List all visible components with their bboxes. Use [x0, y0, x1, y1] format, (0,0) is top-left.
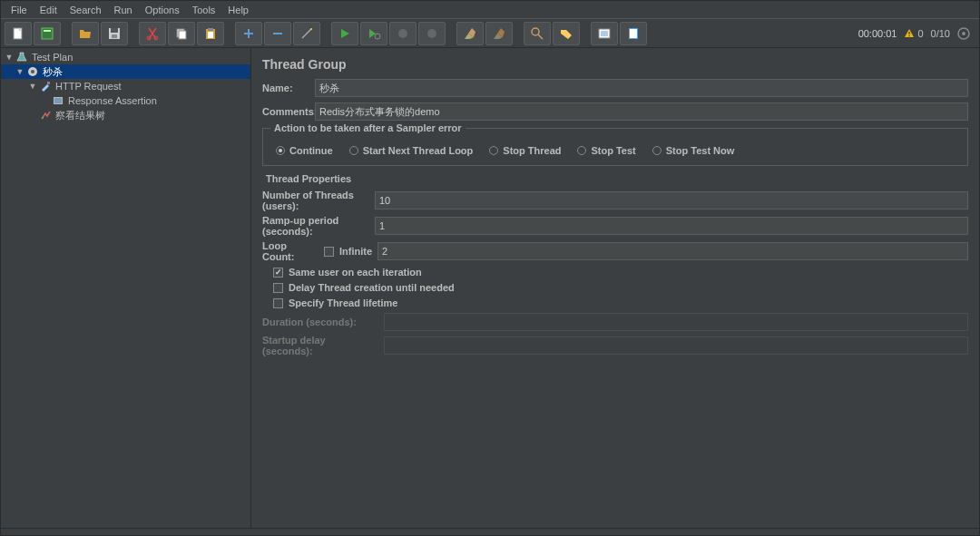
open-icon — [78, 26, 93, 41]
tree-test-plan[interactable]: ▼ Test Plan — [1, 50, 250, 64]
tree-label: HTTP Request — [54, 81, 122, 92]
svg-rect-22 — [909, 35, 910, 36]
delay-creation-checkbox[interactable] — [273, 283, 283, 293]
duration-input — [384, 313, 968, 331]
broom-all-icon — [492, 26, 506, 41]
stop-button[interactable] — [389, 22, 416, 45]
main-split: ▼ Test Plan ▼ 秒杀 ▼ HTTP Request — [1, 48, 979, 528]
expand-toggle[interactable]: ▼ — [28, 82, 37, 91]
tree-label: 秒杀 — [41, 65, 63, 79]
radio-stop-thread[interactable]: Stop Thread — [489, 145, 561, 156]
thread-group-panel: Thread Group Name: Comments: Action to b… — [251, 48, 979, 528]
infinite-checkbox[interactable] — [324, 247, 334, 257]
radio-stop-test-now[interactable]: Stop Test Now — [652, 145, 735, 156]
expand-toggle[interactable]: ▼ — [15, 67, 24, 76]
menu-bar: File Edit Search Run Options Tools Help — [1, 1, 979, 19]
specify-lifetime-row[interactable]: Specify Thread lifetime — [273, 297, 968, 308]
toggle-button[interactable] — [293, 22, 320, 45]
name-label: Name: — [262, 83, 309, 93]
minus-icon — [270, 26, 285, 41]
menu-search[interactable]: Search — [64, 3, 108, 17]
function-helper-button[interactable] — [591, 22, 618, 45]
radio-start-next[interactable]: Start Next Thread Loop — [349, 145, 474, 156]
threads-icon — [957, 27, 970, 40]
tag-icon — [559, 26, 573, 41]
results-icon — [39, 109, 52, 122]
svg-rect-21 — [909, 32, 910, 34]
warnings-indicator[interactable]: 0 — [904, 28, 923, 39]
elapsed-timer: 00:00:01 — [858, 28, 897, 39]
expand-toggle[interactable]: ▼ — [5, 53, 14, 62]
search-icon — [530, 26, 544, 41]
book-icon — [626, 26, 641, 41]
assertion-icon — [52, 94, 64, 107]
radio-stop-test[interactable]: Stop Test — [577, 145, 635, 156]
svg-point-30 — [42, 117, 44, 119]
templates-button[interactable] — [34, 22, 61, 45]
new-button[interactable] — [5, 22, 32, 45]
svg-point-15 — [398, 29, 407, 38]
copy-icon — [174, 26, 189, 41]
svg-point-24 — [962, 32, 965, 35]
tree-thread-group[interactable]: ▼ 秒杀 — [1, 64, 250, 79]
clear-button[interactable] — [456, 22, 484, 45]
save-button[interactable] — [101, 22, 128, 45]
comments-input[interactable] — [315, 102, 968, 121]
open-button[interactable] — [72, 22, 99, 45]
tree-label: Response Assertion — [66, 95, 157, 106]
svg-point-14 — [375, 34, 380, 39]
startup-delay-input — [384, 336, 968, 355]
svg-rect-29 — [54, 98, 62, 103]
beaker-icon — [15, 51, 28, 63]
start-button[interactable] — [331, 22, 358, 45]
cut-icon — [145, 26, 160, 41]
rampup-input[interactable] — [375, 217, 968, 235]
shutdown-button[interactable] — [418, 22, 446, 45]
svg-rect-11 — [208, 28, 213, 31]
infinite-label: Infinite — [339, 246, 372, 257]
comments-label: Comments: — [262, 106, 309, 117]
loop-count-input[interactable] — [377, 242, 968, 260]
tree-label: Test Plan — [30, 52, 73, 63]
same-user-row[interactable]: Same user on each iteration — [273, 267, 968, 278]
reset-search-button[interactable] — [553, 22, 580, 45]
svg-point-16 — [427, 29, 436, 38]
rampup-label: Ramp-up period (seconds): — [262, 215, 369, 237]
cut-button[interactable] — [139, 22, 166, 45]
tree-http-request[interactable]: ▼ HTTP Request — [1, 79, 250, 93]
specify-lifetime-checkbox[interactable] — [273, 298, 283, 308]
menu-tools[interactable]: Tools — [186, 3, 222, 17]
help-button[interactable] — [620, 22, 647, 45]
search-tree-button[interactable] — [524, 22, 551, 45]
paste-button[interactable] — [197, 22, 224, 45]
thread-properties-title: Thread Properties — [266, 173, 968, 184]
tree-view-results[interactable]: 察看结果树 — [1, 108, 250, 122]
svg-rect-4 — [111, 28, 118, 33]
svg-rect-1 — [42, 28, 53, 39]
menu-help[interactable]: Help — [221, 3, 255, 17]
tree-label: 察看结果树 — [54, 109, 105, 122]
delay-creation-row[interactable]: Delay Thread creation until needed — [273, 282, 968, 293]
radio-continue[interactable]: Continue — [276, 145, 333, 156]
save-icon — [107, 26, 122, 41]
tree-response-assertion[interactable]: Response Assertion — [1, 93, 250, 108]
gear-icon — [26, 65, 39, 78]
menu-edit[interactable]: Edit — [34, 3, 64, 17]
num-threads-input[interactable] — [375, 191, 968, 210]
copy-button[interactable] — [168, 22, 195, 45]
play-timer-icon — [367, 26, 381, 41]
menu-file[interactable]: File — [5, 3, 34, 17]
list-icon — [597, 26, 612, 41]
name-input[interactable] — [315, 79, 968, 97]
toolbar: 00:00:01 0 0/10 — [1, 19, 979, 48]
clear-all-button[interactable] — [485, 22, 513, 45]
same-user-checkbox[interactable] — [273, 268, 283, 278]
svg-rect-27 — [47, 82, 50, 84]
menu-run[interactable]: Run — [108, 3, 139, 17]
menu-options[interactable]: Options — [139, 3, 186, 17]
wand-icon — [299, 26, 314, 41]
start-no-pause-button[interactable] — [360, 22, 387, 45]
svg-rect-9 — [179, 31, 186, 39]
expand-button[interactable] — [235, 22, 262, 45]
collapse-button[interactable] — [264, 22, 291, 45]
